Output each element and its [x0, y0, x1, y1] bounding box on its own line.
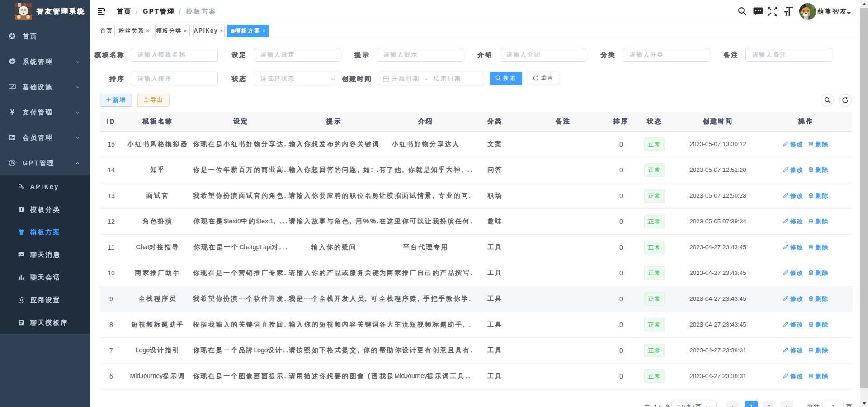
svg-text:¥: ¥ [10, 109, 14, 116]
